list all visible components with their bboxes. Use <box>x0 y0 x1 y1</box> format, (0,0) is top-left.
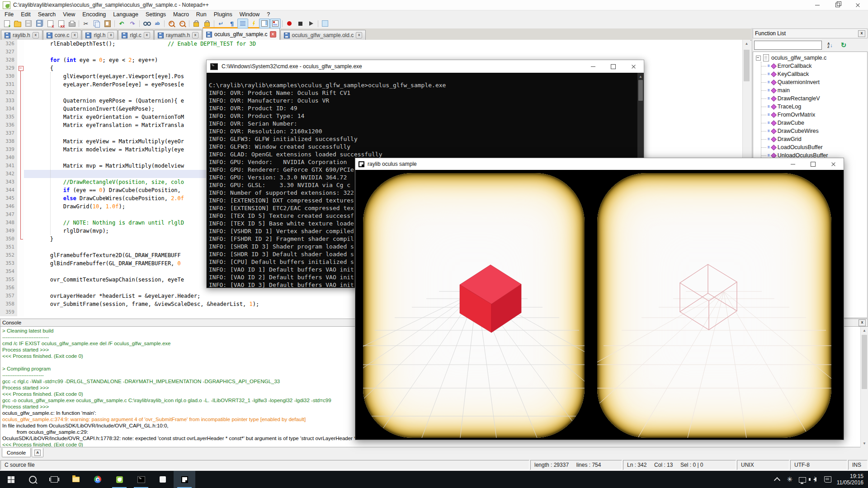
scroll-down-icon[interactable]: ▼ <box>861 440 868 447</box>
fold-margin[interactable] <box>17 40 24 48</box>
taskbar-file-explorer[interactable] <box>65 471 87 488</box>
console-close-icon[interactable]: x <box>859 319 866 326</box>
volume-icon[interactable] <box>809 471 821 488</box>
taskbar-cmd[interactable] <box>130 471 152 488</box>
find-icon[interactable] <box>141 19 152 28</box>
cmd-close-button[interactable] <box>623 60 644 73</box>
tab-close-icon[interactable]: x <box>192 32 198 38</box>
npp-title-bar[interactable]: C:\raylib\raylib\examples\oculus_glfw_sa… <box>0 0 868 10</box>
tab-rlgl.h[interactable]: rlgl.hx <box>82 30 118 40</box>
function-list-root[interactable]: oculus_glfw_sample.c <box>756 54 867 62</box>
menu-item-encoding[interactable]: Encoding <box>79 11 109 18</box>
fold-margin[interactable] <box>17 243 24 251</box>
raylib-close-button[interactable] <box>823 158 844 170</box>
save-icon[interactable] <box>23 19 34 28</box>
editor-scroll-thumb[interactable] <box>744 50 750 81</box>
tab-close-icon[interactable]: x <box>108 32 114 38</box>
scroll-up-icon[interactable]: ▲ <box>637 73 644 80</box>
macro-stop-icon[interactable] <box>295 19 306 28</box>
macro-record-icon[interactable] <box>284 19 295 28</box>
npp-minimize-button[interactable] <box>807 0 827 10</box>
menu-item-window[interactable]: Window <box>236 11 263 18</box>
tray-chevron-icon[interactable] <box>771 471 783 488</box>
function-list-item-DrawGrid[interactable]: ≡DrawGrid <box>761 135 867 143</box>
print-icon[interactable] <box>66 19 77 28</box>
tab-oculus_glfw_sample.c[interactable]: oculus_glfw_sample.cx <box>203 27 279 40</box>
menu-item-run[interactable]: Run <box>193 11 210 18</box>
new-icon[interactable]: + <box>1 19 12 28</box>
copy-icon[interactable] <box>91 19 102 28</box>
function-list-item-TraceLog[interactable]: ≡TraceLog <box>761 103 867 111</box>
close-all-icon[interactable]: xx <box>56 19 66 28</box>
menu-item-help[interactable]: ? <box>263 11 274 18</box>
tab-close-icon[interactable]: x <box>356 32 362 38</box>
scroll-up-icon[interactable]: ▲ <box>861 327 868 334</box>
raylib-title-bar[interactable]: raylib oculus sample <box>355 158 844 170</box>
npp-close-button[interactable] <box>848 0 868 10</box>
menu-item-edit[interactable]: Edit <box>17 11 34 18</box>
taskbar-search-button[interactable] <box>22 471 43 488</box>
refresh-button[interactable]: ↻ <box>838 41 849 50</box>
function-list-item-KeyCallback[interactable]: ≡KeyCallback <box>761 70 867 78</box>
fold-margin[interactable] <box>17 308 24 316</box>
function-list-item-ErrorCallback[interactable]: ≡ErrorCallback <box>761 62 867 70</box>
function-list-item-LoadOculusBuffer[interactable]: ≡LoadOculusBuffer <box>761 143 867 151</box>
function-list-search-input[interactable] <box>754 41 822 50</box>
sync-h-icon[interactable] <box>202 19 212 28</box>
tab-close-icon[interactable]: x <box>144 32 150 38</box>
menu-item-macro[interactable]: Macro <box>170 11 193 18</box>
tab-core.c[interactable]: core.cx <box>43 30 82 40</box>
indent-guide-icon[interactable] <box>237 19 248 28</box>
undo-icon[interactable]: ↶ <box>116 19 127 28</box>
action-center-icon[interactable] <box>821 471 834 488</box>
taskbar-media-app[interactable] <box>152 471 174 488</box>
menu-item-settings[interactable]: Settings <box>142 11 170 18</box>
sort-az-button[interactable]: AZ↓ <box>825 41 835 50</box>
menu-item-search[interactable]: Search <box>34 11 60 18</box>
function-list-item-QuaternionInvert[interactable]: ≡QuaternionInvert <box>761 78 867 86</box>
function-list-close-icon[interactable]: x <box>858 30 865 37</box>
fold-margin[interactable] <box>17 276 24 284</box>
menu-item-plugins[interactable]: Plugins <box>210 11 236 18</box>
save-all-icon[interactable] <box>34 19 45 28</box>
fold-margin[interactable] <box>17 56 24 64</box>
menu-item-language[interactable]: Language <box>109 11 142 18</box>
console-extra-tab[interactable]: A <box>32 448 43 457</box>
zoom-out-icon[interactable]: − <box>177 19 188 28</box>
function-list-item-DrawCubeWires[interactable]: ≡DrawCubeWires <box>761 127 867 135</box>
zoom-in-icon[interactable]: + <box>166 19 177 28</box>
menu-item-view[interactable]: View <box>59 11 79 18</box>
npp-restore-button[interactable] <box>827 0 848 10</box>
taskbar-chrome[interactable] <box>87 471 108 488</box>
sync-v-icon[interactable] <box>191 19 202 28</box>
raylib-minimize-button[interactable] <box>783 158 803 170</box>
fold-margin[interactable] <box>17 292 24 300</box>
scroll-up-icon[interactable]: ▲ <box>743 40 750 47</box>
fold-box[interactable] <box>19 66 24 71</box>
function-list-item-FromOvrMatrix[interactable]: ≡FromOvrMatrix <box>761 111 867 119</box>
function-list-item-DrawCube[interactable]: ≡DrawCube <box>761 119 867 127</box>
cmd-maximize-button[interactable] <box>603 60 623 73</box>
tab-raylib.h[interactable]: raylib.hx <box>1 30 42 40</box>
menu-item-file[interactable]: File <box>1 11 17 18</box>
macro-play-icon[interactable] <box>306 19 316 28</box>
close-icon[interactable]: x <box>45 19 56 28</box>
task-view-button[interactable] <box>43 471 65 488</box>
tab-close-icon[interactable]: x <box>71 32 78 38</box>
fold-margin[interactable] <box>17 259 24 267</box>
tab-oculus_glfw_sample.old.c[interactable]: oculus_glfw_sample.old.cx <box>280 30 366 40</box>
tab-close-icon[interactable]: x <box>270 31 276 38</box>
redo-icon[interactable]: ↷ <box>127 19 138 28</box>
console-scroll-thumb[interactable] <box>862 335 867 389</box>
taskbar-clock[interactable]: 19:15 11/05/2016 <box>834 473 868 486</box>
collapse-icon[interactable] <box>756 56 761 61</box>
replace-icon[interactable]: ab <box>152 19 163 28</box>
tab-close-icon[interactable]: x <box>33 32 39 38</box>
paste-icon[interactable] <box>102 19 113 28</box>
func-list-icon[interactable] <box>270 19 281 28</box>
raylib-maximize-button[interactable] <box>803 158 823 170</box>
function-list-item-main[interactable]: ≡main <box>761 86 867 94</box>
word-wrap-icon[interactable]: ↵ <box>216 19 226 28</box>
fold-margin[interactable] <box>17 48 24 56</box>
fold-margin[interactable] <box>17 284 24 292</box>
